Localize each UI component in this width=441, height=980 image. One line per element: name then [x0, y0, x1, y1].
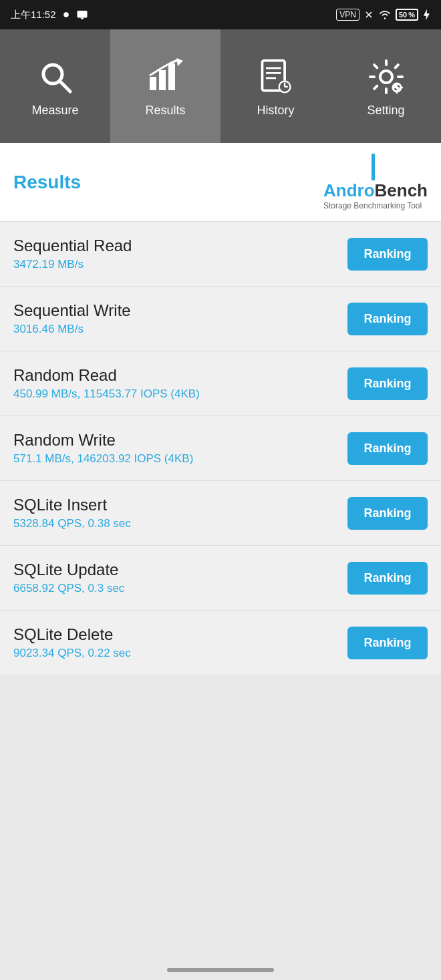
results-title: Results: [13, 172, 81, 193]
bench-value-sqlite-insert: 5328.84 QPS, 0.38 sec: [13, 517, 131, 530]
svg-marker-7: [176, 58, 183, 66]
bench-row-sequential-write: Sequential Write 3016.46 MB/s Ranking: [0, 287, 441, 351]
bolt-icon: [422, 9, 430, 21]
bench-info-sqlite-delete: SQLite Delete 9023.34 QPS, 0.22 sec: [13, 625, 131, 660]
bench-info-sequential-read: Sequential Read 3472.19 MB/s: [13, 236, 132, 271]
ranking-btn-sequential-read[interactable]: Ranking: [347, 238, 428, 271]
bench-value-sqlite-update: 6658.92 QPS, 0.3 sec: [13, 582, 124, 595]
bench-info-sequential-write: Sequential Write 3016.46 MB/s: [13, 301, 131, 336]
wifi-icon: [378, 9, 392, 20]
time-display: 上午11:52: [11, 9, 56, 21]
notification-icon: [60, 9, 72, 21]
results-header: Results AndroBench Storage Benchmarking …: [0, 143, 441, 222]
chart-icon: [144, 55, 187, 98]
bench-value-sequential-write: 3016.46 MB/s: [13, 323, 131, 336]
document-icon: [255, 55, 297, 98]
tab-setting-label: Setting: [367, 104, 404, 118]
bench-row-random-write: Random Write 571.1 MB/s, 146203.92 IOPS …: [0, 416, 441, 481]
bench-row-sqlite-delete: SQLite Delete 9023.34 QPS, 0.22 sec Rank…: [0, 611, 441, 675]
bench-name-sequential-write: Sequential Write: [13, 301, 131, 320]
ranking-btn-sequential-write[interactable]: Ranking: [347, 303, 428, 335]
bench-info-sqlite-update: SQLite Update 6658.92 QPS, 0.3 sec: [13, 560, 124, 595]
brand-name: AndroBench: [323, 180, 428, 201]
svg-rect-5: [159, 70, 166, 90]
battery-icon: 50 %: [396, 9, 418, 21]
bench-name-sqlite-insert: SQLite Insert: [13, 496, 131, 514]
svg-point-16: [380, 71, 392, 83]
bench-value-random-read: 450.99 MB/s, 115453.77 IOPS (4KB): [13, 387, 200, 401]
tab-results[interactable]: Results: [110, 29, 220, 143]
brand-logo: AndroBench Storage Benchmarking Tool: [323, 154, 428, 210]
svg-line-3: [59, 81, 70, 92]
bench-info-sqlite-insert: SQLite Insert 5328.84 QPS, 0.38 sec: [13, 496, 131, 530]
tab-setting[interactable]: Setting: [331, 29, 441, 143]
bench-row-sqlite-insert: SQLite Insert 5328.84 QPS, 0.38 sec Rank…: [0, 481, 441, 546]
ranking-btn-sqlite-delete[interactable]: Ranking: [347, 627, 428, 659]
tab-history-label: History: [257, 104, 294, 118]
status-right: VPN 50 %: [336, 9, 430, 21]
bench-value-sqlite-delete: 9023.34 QPS, 0.22 sec: [13, 647, 131, 660]
content-spacer: [0, 675, 441, 809]
bench-value-sequential-read: 3472.19 MB/s: [13, 258, 132, 271]
bench-name-sequential-read: Sequential Read: [13, 236, 132, 255]
svg-point-0: [63, 12, 69, 17]
bottom-bar: [0, 960, 441, 980]
ranking-btn-random-read[interactable]: Ranking: [347, 367, 428, 400]
bench-value-random-write: 571.1 MB/s, 146203.92 IOPS (4KB): [13, 452, 193, 466]
bench-row-random-read: Random Read 450.99 MB/s, 115453.77 IOPS …: [0, 351, 441, 416]
gear-icon: [365, 55, 408, 98]
tab-measure-label: Measure: [31, 104, 78, 118]
svg-rect-6: [168, 63, 175, 90]
brand-subtitle: Storage Benchmarking Tool: [323, 201, 428, 210]
bench-name-sqlite-delete: SQLite Delete: [13, 625, 131, 644]
svg-rect-4: [150, 77, 156, 90]
ranking-btn-random-write[interactable]: Ranking: [347, 432, 428, 465]
ranking-btn-sqlite-insert[interactable]: Ranking: [347, 497, 428, 530]
benchmark-list: Sequential Read 3472.19 MB/s Ranking Seq…: [0, 222, 441, 675]
bench-name-random-write: Random Write: [13, 431, 193, 450]
tab-bar: Measure Results: [0, 29, 441, 143]
search-icon: [34, 55, 77, 98]
tab-results-label: Results: [145, 104, 185, 118]
bench-name-random-read: Random Read: [13, 366, 200, 385]
bench-info-random-write: Random Write 571.1 MB/s, 146203.92 IOPS …: [13, 431, 193, 466]
tab-measure[interactable]: Measure: [0, 29, 110, 143]
bench-info-random-read: Random Read 450.99 MB/s, 115453.77 IOPS …: [13, 366, 200, 401]
home-indicator: [167, 968, 274, 972]
bench-name-sqlite-update: SQLite Update: [13, 560, 124, 579]
ranking-btn-sqlite-update[interactable]: Ranking: [347, 562, 428, 595]
status-left: 上午11:52: [11, 9, 88, 21]
status-bar: 上午11:52 VPN 50 %: [0, 0, 441, 29]
message-icon: [76, 9, 88, 21]
vpn-badge: VPN: [336, 9, 359, 21]
svg-rect-1: [77, 11, 87, 18]
bench-row-sqlite-update: SQLite Update 6658.92 QPS, 0.3 sec Ranki…: [0, 546, 441, 611]
brand-bar: [372, 154, 375, 180]
x-icon: [363, 9, 374, 20]
bench-row-sequential-read: Sequential Read 3472.19 MB/s Ranking: [0, 222, 441, 287]
tab-history[interactable]: History: [220, 29, 331, 143]
